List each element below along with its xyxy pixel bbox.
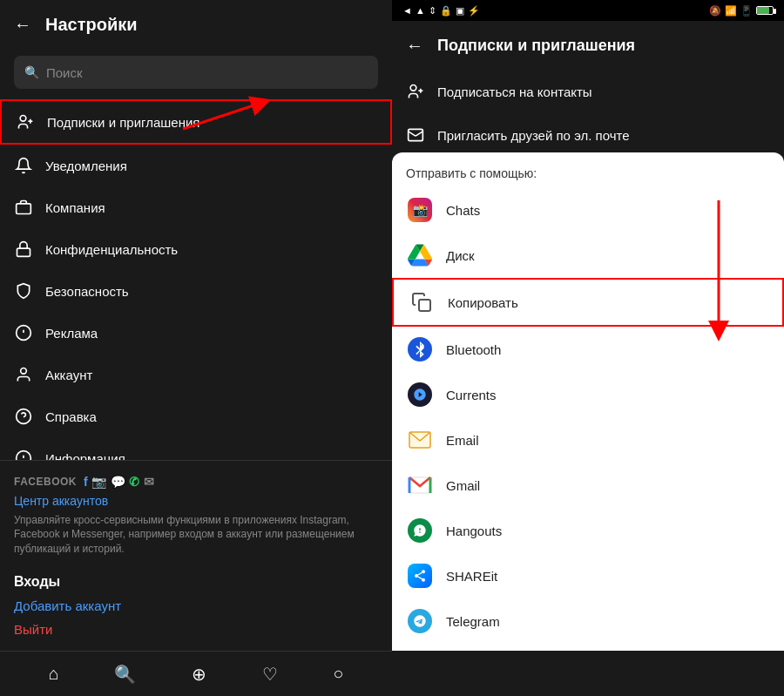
svg-rect-4: [17, 248, 30, 256]
search-input[interactable]: Поиск: [46, 65, 83, 80]
right-page-title: Подписки и приглашения: [437, 37, 635, 55]
info-icon: [14, 449, 33, 460]
fb-icon: f: [84, 475, 88, 489]
sub-item-invite-email[interactable]: Пригласить друзей по эл. почте: [392, 113, 784, 157]
logout-link[interactable]: Выйти: [14, 622, 378, 637]
share-item-drive[interactable]: Диск: [392, 233, 784, 278]
ads-label: Реклама: [45, 326, 98, 341]
settings-item-account[interactable]: Аккаунт: [0, 354, 392, 395]
share-item-shareit[interactable]: SHAREit: [392, 553, 784, 598]
follow-contacts-icon: [406, 82, 425, 101]
gmail-icon: [406, 471, 434, 499]
settings-item-subscriptions[interactable]: Подписки и приглашения: [0, 99, 392, 145]
share-item-bluetooth[interactable]: Bluetooth: [392, 327, 784, 372]
sub-item-follow-contacts[interactable]: Подписаться на контакты: [392, 70, 784, 113]
svg-point-28: [415, 574, 418, 578]
search-bar[interactable]: 🔍 Поиск: [14, 56, 378, 89]
help-icon: [14, 407, 33, 426]
notifications-label: Уведомления: [45, 159, 127, 173]
profile-nav-icon[interactable]: ○: [333, 664, 343, 684]
svg-point-11: [17, 451, 31, 460]
settings-item-ads[interactable]: Реклама: [0, 312, 392, 354]
shareit-icon: [406, 562, 434, 590]
wifi-icon: 📶: [725, 5, 737, 17]
drive-icon: [406, 241, 434, 269]
email-share-icon: [406, 426, 434, 454]
settings-item-info[interactable]: Информация: [0, 437, 392, 460]
bluetooth-icon: [406, 335, 434, 363]
expand-icon: ▲: [416, 5, 425, 16]
share-item-email[interactable]: Email: [392, 417, 784, 463]
right-header: ← Подписки и приглашения: [392, 21, 784, 70]
security-label: Безопасность: [45, 284, 129, 299]
settings-item-company[interactable]: Компания: [0, 186, 392, 228]
lock-icon: 🔒: [440, 5, 452, 17]
svg-rect-19: [409, 129, 423, 140]
hangouts-icon: [406, 517, 434, 544]
signal-icon: 📱: [740, 5, 753, 17]
activity-nav-icon[interactable]: ♡: [262, 664, 278, 685]
sub-item-follow-contacts-label: Подписаться на контакты: [437, 84, 592, 99]
logins-section: Входы Добавить аккаунт Выйти: [0, 574, 392, 651]
account-label: Аккаунт: [45, 368, 92, 382]
status-left-icons: ◄ ▲ ⇕ 🔒 ▣ ⚡: [402, 5, 480, 17]
left-panel: ← Настройки 🔍 Поиск Подписки и приглашен…: [0, 0, 392, 696]
battery-indicator: [756, 6, 774, 15]
svg-point-29: [422, 578, 425, 582]
settings-list: Подписки и приглашенияУведомленияКомпани…: [0, 96, 392, 460]
settings-item-notifications[interactable]: Уведомления: [0, 145, 392, 186]
left-back-button[interactable]: ←: [14, 15, 31, 35]
share-dialog: Отправить с помощью: 📸 Chats: [392, 152, 784, 651]
status-right-icons: 🔕 📶 📱: [709, 5, 774, 17]
transfer-icon: ⇕: [429, 5, 436, 17]
share-email-label: Email: [446, 433, 479, 448]
home-nav-icon[interactable]: ⌂: [49, 664, 59, 684]
share-gmail-label: Gmail: [446, 478, 480, 493]
info-label: Информация: [45, 451, 125, 460]
chats-icon: 📸: [406, 196, 434, 224]
share-drive-label: Диск: [446, 248, 475, 263]
share-item-hangouts[interactable]: Hangouts: [392, 508, 784, 553]
nav-status-icon: ◄: [402, 5, 412, 16]
left-bottom-nav: ⌂ 🔍 ⊕ ♡ ○: [0, 651, 392, 696]
share-item-currents[interactable]: Currents: [392, 372, 784, 417]
settings-item-privacy[interactable]: Конфиденциальность: [0, 228, 392, 270]
svg-point-16: [410, 85, 416, 91]
subscriptions-label: Подписки и приглашения: [47, 115, 199, 130]
right-panel: ◄ ▲ ⇕ 🔒 ▣ ⚡ 🔕 📶 📱 ← Подписки и приглашен…: [392, 0, 784, 696]
share-item-chats[interactable]: 📸 Chats: [392, 187, 784, 233]
share-dialog-title: Отправить с помощью:: [392, 152, 784, 187]
invite-email-icon: [406, 125, 425, 145]
logins-label: Входы: [14, 574, 378, 590]
status-bar: ◄ ▲ ⇕ 🔒 ▣ ⚡ 🔕 📶 📱: [392, 0, 784, 21]
share-shareit-label: SHAREit: [446, 569, 497, 584]
settings-item-security[interactable]: Безопасность: [0, 270, 392, 312]
svg-line-31: [418, 572, 422, 575]
share-bluetooth-label: Bluetooth: [446, 342, 501, 357]
add-account-link[interactable]: Добавить аккаунт: [14, 598, 378, 613]
facebook-label: FACEBOOK f 📷 💬 ✆ ✉: [14, 475, 378, 489]
currents-icon: [406, 381, 434, 409]
svg-line-30: [418, 577, 422, 579]
privacy-label: Конфиденциальность: [45, 242, 178, 257]
share-item-copy[interactable]: Копировать: [392, 278, 784, 327]
search-nav-icon[interactable]: 🔍: [114, 664, 136, 685]
msg-icon: 💬: [111, 475, 126, 489]
facebook-section: FACEBOOK f 📷 💬 ✆ ✉ Центр аккаунтов Управ…: [0, 460, 392, 574]
subscriptions-icon: [16, 112, 35, 132]
svg-point-8: [21, 368, 27, 375]
create-nav-icon[interactable]: ⊕: [192, 664, 206, 685]
settings-item-help[interactable]: Справка: [0, 395, 392, 437]
mute-icon: 🔕: [709, 5, 721, 17]
security-icon: [14, 281, 33, 301]
telegram-icon: [406, 607, 434, 635]
right-back-button[interactable]: ←: [406, 36, 423, 56]
share-list: 📸 Chats Диск: [392, 187, 784, 644]
share-item-gmail[interactable]: Gmail: [392, 463, 784, 508]
share-telegram-label: Telegram: [446, 614, 500, 629]
share-chats-label: Chats: [446, 203, 480, 218]
account-center-link[interactable]: Центр аккаунтов: [14, 489, 378, 513]
share-item-telegram[interactable]: Telegram: [392, 598, 784, 644]
company-label: Компания: [45, 200, 105, 215]
mail-icon-small: ✉: [144, 475, 155, 489]
